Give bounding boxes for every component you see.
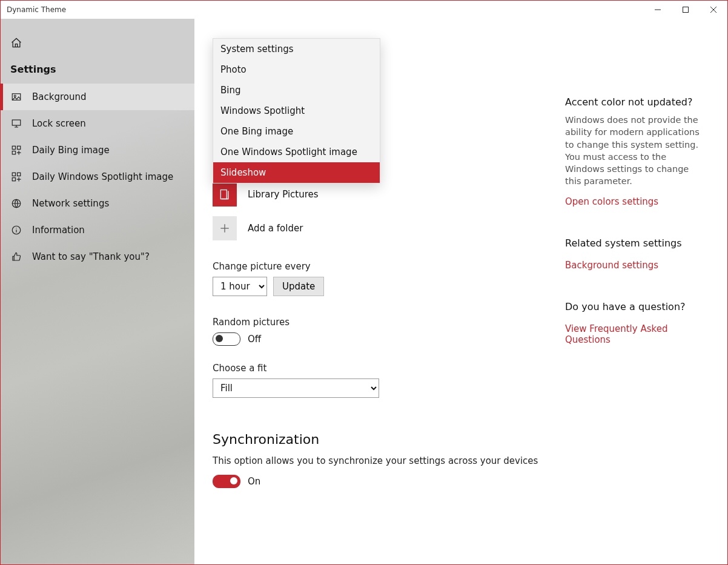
random-state: Off	[248, 334, 261, 345]
svg-rect-6	[12, 120, 21, 125]
svg-rect-8	[18, 146, 21, 149]
accent-heading: Accent color not updated?	[565, 96, 704, 108]
sidebar: Settings Background Lock screen Daily Bi…	[1, 19, 194, 564]
sidebar-header: Settings	[1, 60, 194, 84]
svg-rect-10	[12, 173, 15, 176]
svg-rect-1	[683, 7, 689, 13]
fit-label: Choose a fit	[213, 363, 552, 374]
svg-point-16	[16, 228, 16, 228]
sidebar-item-network[interactable]: Network settings	[1, 190, 194, 217]
sidebar-item-label: Network settings	[32, 198, 109, 209]
sidebar-item-label: Information	[32, 225, 85, 236]
folder-tile-icon	[213, 182, 237, 207]
related-heading: Related system settings	[565, 237, 704, 249]
plus-icon	[213, 216, 237, 240]
dropdown-option[interactable]: Windows Spotlight	[213, 101, 380, 121]
sidebar-item-label: Lock screen	[32, 118, 86, 129]
sync-desc: This option allows you to synchronize yo…	[213, 455, 552, 466]
body: Settings Background Lock screen Daily Bi…	[1, 19, 727, 564]
random-label: Random pictures	[213, 317, 552, 328]
sidebar-item-daily-bing[interactable]: Daily Bing image	[1, 137, 194, 164]
sync-heading: Synchronization	[213, 432, 552, 447]
svg-rect-7	[12, 146, 15, 149]
dropdown-option[interactable]: One Windows Spotlight image	[213, 142, 380, 162]
maximize-button[interactable]	[672, 1, 700, 19]
background-mode-dropdown-list[interactable]: System settings Photo Bing Windows Spotl…	[213, 38, 380, 183]
window-controls	[644, 1, 727, 19]
svg-rect-17	[220, 190, 227, 199]
sidebar-item-lockscreen[interactable]: Lock screen	[1, 110, 194, 137]
svg-rect-9	[12, 151, 15, 154]
fit-select[interactable]: Fill	[213, 378, 379, 398]
update-button[interactable]: Update	[273, 277, 324, 296]
add-folder-row[interactable]: Add a folder	[213, 216, 552, 240]
sidebar-item-label: Background	[32, 91, 87, 102]
change-every-select[interactable]: 1 hour	[213, 277, 267, 296]
home-icon[interactable]	[10, 37, 22, 49]
background-settings-link[interactable]: Background settings	[565, 260, 658, 271]
titlebar: Dynamic Theme	[1, 1, 727, 19]
right-column: Accent color not updated? Windows does n…	[565, 96, 704, 375]
folder-label: Library Pictures	[248, 189, 319, 200]
thumbs-up-icon	[10, 251, 22, 263]
sync-state: On	[248, 476, 260, 487]
sidebar-item-daily-spotlight[interactable]: Daily Windows Spotlight image	[1, 164, 194, 190]
sidebar-item-thankyou[interactable]: Want to say "Thank you"?	[1, 243, 194, 270]
content-area: System settings Photo Bing Windows Spotl…	[194, 19, 727, 564]
picture-icon	[10, 91, 22, 103]
dropdown-option[interactable]: Bing	[213, 80, 380, 101]
folder-library-row[interactable]: Library Pictures	[213, 182, 552, 207]
info-icon	[10, 224, 22, 236]
accent-text: Windows does not provide the ability for…	[565, 114, 704, 188]
grid-plus-icon	[10, 171, 22, 183]
globe-icon	[10, 197, 22, 210]
sync-toggle[interactable]	[213, 475, 240, 488]
sidebar-item-information[interactable]: Information	[1, 217, 194, 243]
close-button[interactable]	[700, 1, 727, 19]
sidebar-item-background[interactable]: Background	[1, 84, 194, 110]
dropdown-option[interactable]: System settings	[213, 39, 380, 59]
change-every-label: Change picture every	[213, 261, 552, 272]
window-title: Dynamic Theme	[7, 5, 66, 14]
svg-rect-12	[12, 178, 15, 181]
question-heading: Do you have a question?	[565, 301, 704, 312]
open-colors-link[interactable]: Open colors settings	[565, 196, 658, 207]
faq-link[interactable]: View Frequently Asked Questions	[565, 323, 704, 345]
dropdown-option[interactable]: One Bing image	[213, 121, 380, 142]
app-window: Dynamic Theme Settings Background	[0, 0, 728, 565]
minimize-button[interactable]	[644, 1, 672, 19]
grid-plus-icon	[10, 144, 22, 156]
svg-point-5	[14, 95, 16, 97]
dropdown-option[interactable]: Photo	[213, 59, 380, 80]
dropdown-option-selected[interactable]: Slideshow	[213, 162, 380, 183]
add-folder-label: Add a folder	[248, 223, 303, 234]
random-toggle[interactable]	[213, 332, 240, 346]
monitor-icon	[10, 117, 22, 130]
sidebar-item-label: Daily Windows Spotlight image	[32, 171, 173, 182]
sidebar-item-label: Want to say "Thank you"?	[32, 251, 150, 262]
sidebar-item-label: Daily Bing image	[32, 145, 110, 156]
main-column: Library Pictures Add a folder Change pic…	[213, 182, 552, 505]
svg-rect-11	[18, 173, 21, 176]
